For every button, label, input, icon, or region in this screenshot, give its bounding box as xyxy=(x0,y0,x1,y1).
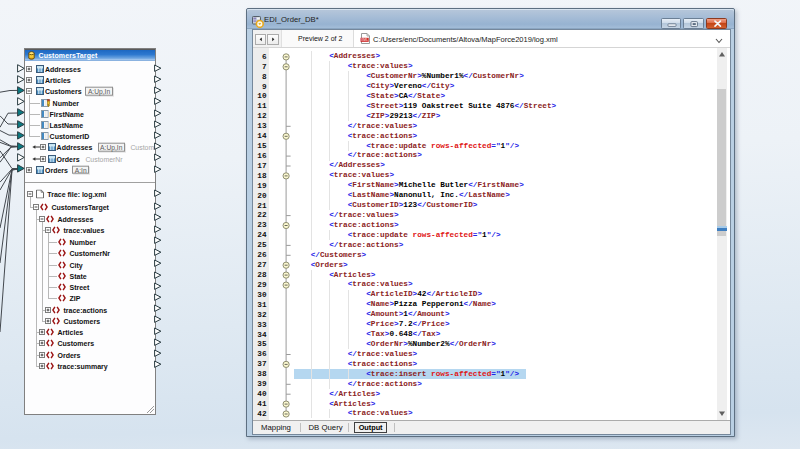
svg-text:XML: XML xyxy=(361,38,368,42)
